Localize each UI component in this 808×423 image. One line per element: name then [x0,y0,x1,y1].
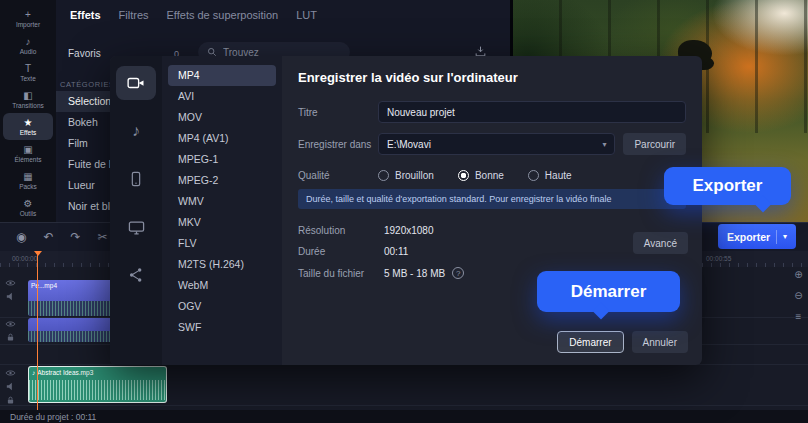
sidebar-item-effets[interactable]: ★ Effets [3,113,53,140]
cancel-button[interactable]: Annuler [632,331,688,353]
sidebar-item-label: Importer [16,21,40,28]
quality-radio-brouillon[interactable]: Brouillon [378,170,434,181]
eye-icon[interactable] [5,369,16,377]
format-option-mkv[interactable]: MKV [168,212,276,233]
sidebar-item-label: Transitions [12,102,44,109]
eye-icon[interactable] [5,279,16,287]
tab-effets-superposition[interactable]: Effets de superposition [167,9,279,21]
callout-demarrer-text: Démarrer [571,282,647,302]
track-separator [0,405,808,406]
packs-icon: ▦ [23,172,32,182]
audio-clip-label-row: ♪ Abstract Ideas.mp3 [29,367,166,378]
quality-label: Qualité [298,170,378,181]
undo-icon[interactable]: ↶ [43,231,53,243]
title-field-label: Titre [298,107,378,118]
chevron-down-icon[interactable]: ▾ [783,233,787,241]
lock-icon[interactable] [6,333,15,342]
target-device-button[interactable] [116,162,156,196]
save-path-select[interactable]: E:\Movavi ▾ [378,133,615,155]
ruler-timestamp-start: 00:00:00 [12,255,37,262]
quality-option-label: Bonne [475,170,504,181]
callout-demarrer: Démarrer [537,271,680,312]
ruler-timestamp-right: 00:00:55 [706,255,731,262]
format-option-flv[interactable]: FLV [168,233,276,254]
zoom-in-icon[interactable]: ⊕ [794,270,802,280]
favorites-label[interactable]: Favoris [68,48,101,59]
resolution-label: Résolution [298,225,384,236]
smartphone-icon [128,171,144,187]
target-computer-button[interactable] [116,66,156,100]
filesize-value: 5 MB - 18 MB [384,268,445,279]
format-option-mp4-av1[interactable]: MP4 (AV1) [168,128,276,149]
monitor-icon [128,219,145,236]
sidebar-item-texte[interactable]: T Texte [3,59,53,86]
tools-gear-icon: ⚙ [24,199,33,209]
quality-option-label: Brouillon [395,170,434,181]
categories-header: CATÉGORIES [60,80,115,89]
target-share-button[interactable] [116,258,156,292]
text-icon: T [25,64,31,74]
status-bar: Durée du projet : 00:11 [0,410,808,423]
audio-track-controls [5,369,16,405]
save-path-value: E:\Movavi [387,139,431,150]
lock-icon[interactable] [6,396,15,405]
sidebar-item-elements[interactable]: ▣ Éléments [3,140,53,167]
tab-effets[interactable]: Effets [70,9,101,21]
format-option-mpeg-1[interactable]: MPEG-1 [168,149,276,170]
sidebar-item-importer[interactable]: + Importer [3,5,53,32]
quality-radio-haute[interactable]: Haute [528,170,572,181]
mute-speaker-icon[interactable] [6,382,16,391]
sidebar-item-audio[interactable]: ♪ Audio [3,32,53,59]
format-option-mpeg-2[interactable]: MPEG-2 [168,170,276,191]
redo-icon[interactable]: ↷ [71,231,81,243]
sliders-icon[interactable]: ≡ [796,312,802,322]
start-export-button[interactable]: Démarrer [557,331,623,353]
format-option-mov[interactable]: MOV [168,107,276,128]
format-option-mp4[interactable]: MP4 [168,65,276,86]
filesize-label: Taille du fichier [298,268,384,279]
advanced-button[interactable]: Avancé [633,232,688,254]
format-option-swf[interactable]: SWF [168,317,276,338]
title-input[interactable] [378,101,686,123]
duration-label: Durée [298,246,384,257]
help-icon[interactable]: ? [452,267,464,279]
quality-radio-bonne[interactable]: Bonne [458,170,504,181]
sidebar-item-outils[interactable]: ⚙ Outils [3,194,53,221]
target-tv-button[interactable] [116,210,156,244]
sidebar-item-packs[interactable]: ▦ Packs [3,167,53,194]
format-option-m2ts[interactable]: M2TS (H.264) [168,254,276,275]
callout-exporter: Exporter [664,167,791,205]
linked-track-controls [5,320,16,342]
project-duration-text: Durée du projet : 00:11 [10,412,96,422]
export-button[interactable]: Exporter ▾ [718,224,796,249]
transitions-icon: ◧ [23,91,32,101]
radio-circle-icon [458,170,469,181]
format-option-ogv[interactable]: OGV [168,296,276,317]
record-icon[interactable]: ◉ [16,231,26,243]
sidebar-item-transitions[interactable]: ◧ Transitions [3,86,53,113]
audio-clip[interactable]: ♪ Abstract Ideas.mp3 [28,366,167,403]
radio-circle-icon [378,170,389,181]
eye-icon[interactable] [5,320,16,328]
sidebar-item-label: Outils [20,210,37,217]
browse-button[interactable]: Parcourir [623,133,686,155]
export-target-rail: ♪ [110,56,162,365]
target-audio-button[interactable]: ♪ [116,114,156,148]
format-option-webm[interactable]: WebM [168,275,276,296]
tab-lut[interactable]: LUT [296,9,317,21]
format-option-wmv[interactable]: WMV [168,191,276,212]
camcorder-icon [127,74,145,92]
zoom-out-icon[interactable]: ⊖ [794,291,802,301]
tab-filtres[interactable]: Filtres [119,9,149,21]
effects-tabs: Effets Filtres Effets de superposition L… [56,0,510,30]
scissors-icon[interactable]: ✂ [98,231,108,243]
mute-speaker-icon[interactable] [6,292,16,301]
quality-radio-group: Brouillon Bonne Haute [378,170,572,181]
resolution-value: 1920x1080 [384,225,434,236]
music-note-icon: ♪ [26,37,31,47]
dialog-actions: Démarrer Annuler [557,331,688,353]
timeline-zoom-rail: ⊕ ⊖ ≡ [791,270,806,322]
playhead[interactable] [37,251,38,410]
format-option-avi[interactable]: AVI [168,86,276,107]
export-dialog-content: Enregistrer la vidéo sur l'ordinateur Ti… [282,56,702,365]
